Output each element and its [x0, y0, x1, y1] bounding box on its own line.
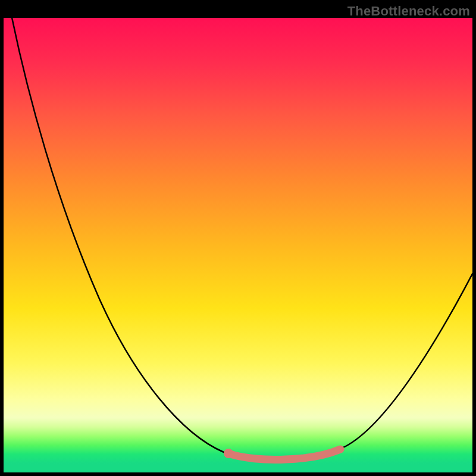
highlight-dot-left	[224, 449, 233, 458]
plot-area	[4, 18, 472, 472]
curve-path	[10, 18, 472, 459]
highlight-segment	[228, 449, 340, 460]
bottleneck-curve	[4, 18, 472, 472]
watermark-text: TheBottleneck.com	[347, 4, 470, 19]
chart-frame: TheBottleneck.com	[0, 0, 476, 476]
